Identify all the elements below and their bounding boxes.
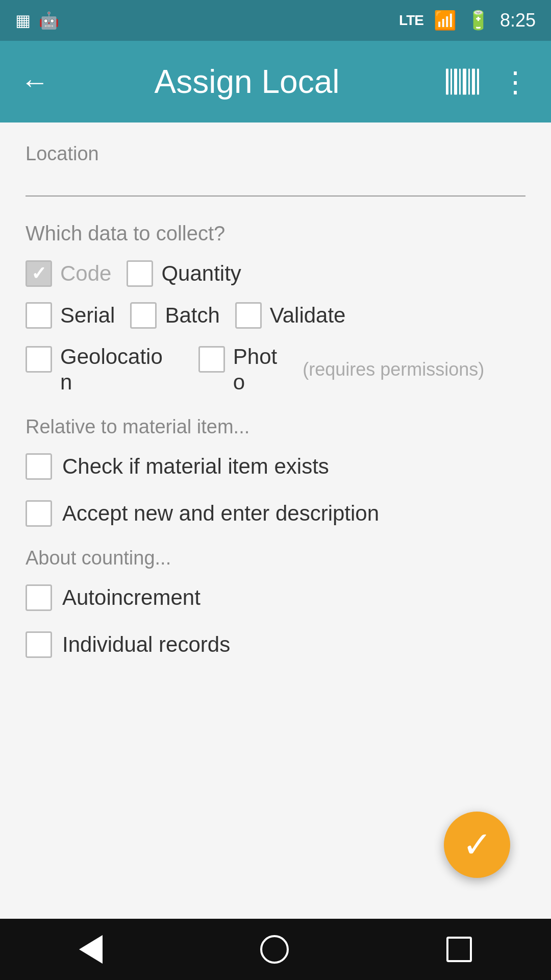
batch-checkbox[interactable] — [130, 302, 157, 329]
nav-home-button[interactable] — [260, 935, 289, 964]
autoincrement-checkbox[interactable] — [26, 584, 52, 611]
clock: 8:25 — [500, 10, 536, 31]
location-section: Location — [26, 143, 525, 197]
page-title: Assign Local — [69, 63, 424, 101]
individual-records-checkbox[interactable] — [26, 631, 52, 658]
photo-item: Photo — [198, 344, 277, 396]
geolocation-label: Geolocation — [60, 344, 163, 396]
relative-to-material-section: Relative to material item... Check if ma… — [26, 416, 525, 527]
back-triangle-icon — [79, 935, 103, 964]
svg-rect-3 — [459, 69, 461, 95]
serial-item: Serial — [26, 302, 115, 329]
android-icon: 🤖 — [39, 11, 59, 30]
barcode-button[interactable] — [445, 66, 481, 97]
accept-new-label: Accept new and enter description — [62, 501, 379, 526]
check-icon: ✓ — [462, 824, 492, 866]
individual-records-label: Individual records — [62, 632, 230, 657]
about-counting-section: About counting... Autoincrement Individu… — [26, 547, 525, 658]
app-bar: ← Assign Local ⋮ — [0, 41, 551, 122]
svg-rect-2 — [454, 69, 457, 95]
quantity-label: Quantity — [161, 261, 241, 286]
accept-new-checkbox[interactable] — [26, 500, 52, 527]
svg-rect-4 — [463, 69, 466, 95]
checkbox-row-1: Code Quantity — [26, 260, 525, 287]
svg-rect-5 — [468, 69, 470, 95]
validate-item: Validate — [235, 302, 346, 329]
data-collect-title: Which data to collect? — [26, 222, 525, 245]
photo-checkbox[interactable] — [198, 346, 225, 373]
checkbox-row-2: Serial Batch Validate — [26, 302, 525, 329]
serial-checkbox[interactable] — [26, 302, 52, 329]
relative-title: Relative to material item... — [26, 416, 525, 438]
nav-recents-button[interactable] — [446, 937, 472, 962]
individual-records-row: Individual records — [26, 631, 525, 658]
content-area: Location Which data to collect? Code Qua… — [0, 122, 551, 919]
data-collect-section: Which data to collect? Code Quantity Ser… — [26, 222, 525, 396]
validate-label: Validate — [270, 303, 346, 328]
back-button[interactable]: ← — [20, 65, 49, 99]
permissions-note: (requires permissions) — [292, 359, 484, 380]
signal-icon: 📶 — [434, 10, 457, 31]
confirm-fab[interactable]: ✓ — [444, 812, 510, 878]
geolocation-item: Geolocation — [26, 344, 163, 396]
validate-checkbox[interactable] — [235, 302, 262, 329]
quantity-item: Quantity — [127, 260, 241, 287]
batch-item: Batch — [130, 302, 219, 329]
checkbox-row-3: Geolocation Photo (requires permissions) — [26, 344, 525, 396]
geolocation-checkbox[interactable] — [26, 346, 52, 373]
battery-icon: 🔋 — [467, 10, 490, 31]
check-material-checkbox[interactable] — [26, 453, 52, 480]
svg-rect-1 — [450, 69, 452, 95]
svg-rect-0 — [446, 69, 448, 95]
quantity-checkbox[interactable] — [127, 260, 153, 287]
status-bar-left: ▦ 🤖 — [15, 11, 59, 30]
app-bar-actions: ⋮ — [445, 65, 531, 99]
bottom-navigation — [0, 919, 551, 980]
location-label: Location — [26, 143, 525, 165]
serial-label: Serial — [60, 303, 115, 328]
accept-new-row: Accept new and enter description — [26, 500, 525, 527]
check-material-label: Check if material item exists — [62, 454, 329, 479]
lte-icon: LTE — [399, 12, 423, 29]
status-bar-right: LTE 📶 🔋 8:25 — [399, 10, 536, 31]
code-label: Code — [60, 261, 111, 286]
nav-back-button[interactable] — [79, 935, 103, 964]
svg-rect-6 — [472, 69, 475, 95]
counting-title: About counting... — [26, 547, 525, 569]
svg-rect-7 — [477, 69, 479, 95]
sim-icon: ▦ — [15, 11, 31, 30]
autoincrement-label: Autoincrement — [62, 585, 201, 610]
more-options-button[interactable]: ⋮ — [501, 65, 531, 99]
home-circle-icon — [260, 935, 289, 964]
status-bar: ▦ 🤖 LTE 📶 🔋 8:25 — [0, 0, 551, 41]
autoincrement-row: Autoincrement — [26, 584, 525, 611]
recents-square-icon — [446, 937, 472, 962]
check-material-row: Check if material item exists — [26, 453, 525, 480]
code-item: Code — [26, 260, 111, 287]
batch-label: Batch — [165, 303, 219, 328]
photo-label: Photo — [233, 344, 277, 396]
location-input-underline — [26, 195, 525, 197]
code-checkbox[interactable] — [26, 260, 52, 287]
